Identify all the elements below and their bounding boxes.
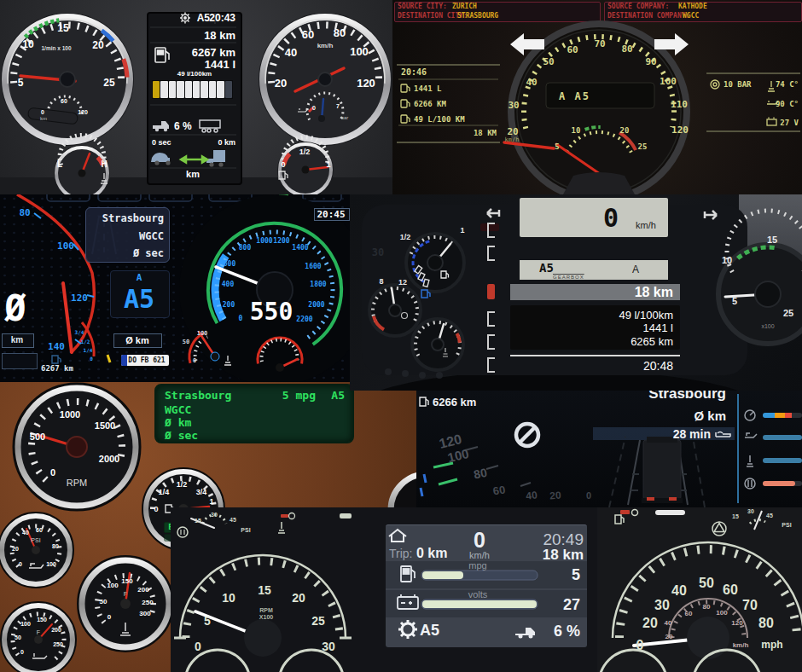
mini-tick: 15 bbox=[732, 513, 739, 519]
gear-sub: GEARBOX bbox=[553, 275, 584, 280]
display-odometer: 6267 km bbox=[192, 47, 235, 58]
lcd-dist: Ø km bbox=[165, 417, 191, 428]
temp-tick: 50 bbox=[183, 339, 189, 345]
rpm-unit: RPM bbox=[67, 478, 87, 488]
nav-company: WGCC bbox=[139, 231, 164, 241]
mini-tick: 30 bbox=[747, 508, 754, 514]
psi-tick: 20 bbox=[12, 546, 19, 552]
source-city-value: ZURICH bbox=[452, 3, 477, 10]
kmh-tick: 120 bbox=[731, 620, 742, 627]
odometer: 6265 km bbox=[631, 336, 673, 347]
otemp-tick: 100 bbox=[20, 621, 31, 627]
lcd-odometer: 6266 KM bbox=[414, 101, 446, 108]
dest-company-value: WGCC bbox=[683, 13, 699, 20]
wtemp-tick: 100 bbox=[107, 582, 118, 589]
tach-tick: 5 bbox=[555, 143, 559, 151]
speed-unit: km/h bbox=[469, 551, 490, 560]
hex-background bbox=[0, 194, 350, 382]
wtemp-tick: 300 bbox=[139, 611, 150, 617]
tach-tick: 20 bbox=[92, 40, 103, 50]
clock: 20:45 bbox=[317, 210, 345, 219]
speed-tick: 20 bbox=[507, 127, 518, 136]
psi-tick: 100 bbox=[46, 561, 56, 567]
sub-tick: 120 bbox=[78, 109, 88, 115]
mph-tick: 40 bbox=[671, 584, 687, 598]
speed-tick: 80 bbox=[334, 27, 346, 38]
speed-tick: 60 bbox=[302, 29, 314, 40]
rpm-tick: 5 bbox=[204, 615, 211, 627]
source-company-value: KATHODE bbox=[678, 3, 707, 10]
speed-tick: 120 bbox=[71, 293, 88, 303]
speed-value: Ø bbox=[4, 291, 26, 327]
rpm-unit2: X100 bbox=[259, 614, 273, 620]
rpm-tick: 0 bbox=[50, 468, 55, 478]
kmh-tick: 80 bbox=[703, 604, 711, 611]
tach-unit: x100 bbox=[761, 323, 774, 329]
speed-tick: 120 bbox=[357, 78, 375, 89]
speed-value: 0 bbox=[603, 206, 619, 231]
tach-tick: 10 bbox=[22, 39, 33, 49]
fuel-tick: 1/4 bbox=[84, 348, 93, 353]
tach-tick: 200 bbox=[223, 302, 235, 309]
lcd-city: Strasbourg bbox=[165, 390, 231, 401]
lcd-water: 74 C° bbox=[776, 81, 799, 89]
speed-unit: km bbox=[11, 336, 23, 345]
speed-tick: 100 bbox=[350, 46, 369, 57]
rpm-tick: 15 bbox=[258, 584, 271, 596]
fuel-tick: 1 bbox=[209, 498, 213, 506]
temp-high: H bbox=[101, 160, 107, 169]
speed-tick: 50 bbox=[543, 57, 554, 67]
volts-value: 27 bbox=[563, 597, 580, 612]
dim-label: 30 bbox=[372, 247, 384, 258]
temp-tick: 100 bbox=[197, 331, 208, 337]
rpm-unit: RPM bbox=[259, 607, 273, 613]
fuel-tick: 3/4 bbox=[75, 330, 84, 335]
trip-value: 18 km bbox=[635, 286, 673, 299]
fuel-tick: 1 bbox=[460, 227, 464, 235]
kmh-tick: 40 bbox=[665, 620, 672, 627]
psi-tick: 0 bbox=[19, 561, 22, 567]
lcd-trip: 18 KM bbox=[474, 130, 497, 137]
wear-value: 6 % bbox=[554, 623, 580, 639]
gear-mode: A bbox=[137, 273, 142, 282]
tach-value: 550 bbox=[250, 300, 293, 324]
speed-tick: 80 bbox=[19, 208, 30, 217]
wtemp-tick: 50 bbox=[100, 599, 108, 605]
gear-value: A5 bbox=[420, 623, 439, 638]
display-unit: km bbox=[186, 170, 200, 179]
fuel-tick: 1/2 bbox=[299, 148, 311, 156]
consumption: 49 l/100km bbox=[619, 310, 673, 321]
volts-label: volts bbox=[468, 590, 488, 600]
mph-tick: 0 bbox=[636, 639, 644, 652]
eu-strip bbox=[121, 355, 127, 366]
speed-tick: 80 bbox=[621, 44, 632, 54]
tach-tick: 1800 bbox=[310, 281, 326, 288]
tach-tick: 1200 bbox=[273, 238, 289, 245]
modern-background bbox=[416, 391, 802, 507]
lcd-voltage: 27 V bbox=[780, 119, 799, 127]
lcd-brake: 10 BAR bbox=[724, 81, 752, 89]
tach-tick: 800 bbox=[239, 245, 251, 252]
display-time: 20:43 bbox=[209, 13, 235, 23]
kmh-tick: 20 bbox=[665, 634, 673, 640]
speed-lcd bbox=[520, 198, 668, 237]
dest-company-label: DESTINATION COMPANY: bbox=[607, 13, 689, 20]
speed-tick: 20 bbox=[549, 490, 561, 501]
tach-tick: 5 bbox=[732, 297, 737, 306]
sub-unit: km bbox=[40, 116, 47, 121]
psi-tick: 60 bbox=[36, 527, 43, 533]
tach-tick: 1400 bbox=[292, 245, 308, 252]
display-sec: 0 sec bbox=[152, 139, 171, 147]
mpg-label: mpg bbox=[468, 561, 486, 571]
pressure-tick: 8 bbox=[379, 278, 383, 286]
display-gear: A5 bbox=[197, 13, 210, 23]
speed-tick: 100 bbox=[660, 77, 677, 86]
pressure-tick: 12 bbox=[398, 279, 407, 287]
mph-tick: 50 bbox=[699, 576, 714, 590]
kmh-unit: km/h bbox=[733, 642, 749, 649]
tach-tick: 1000 bbox=[256, 238, 272, 245]
speed-tick: 110 bbox=[671, 100, 688, 109]
lcd-time: Ø sec bbox=[165, 430, 198, 441]
tach-tick: 0 bbox=[239, 316, 243, 322]
dist: Ø km bbox=[694, 409, 726, 422]
